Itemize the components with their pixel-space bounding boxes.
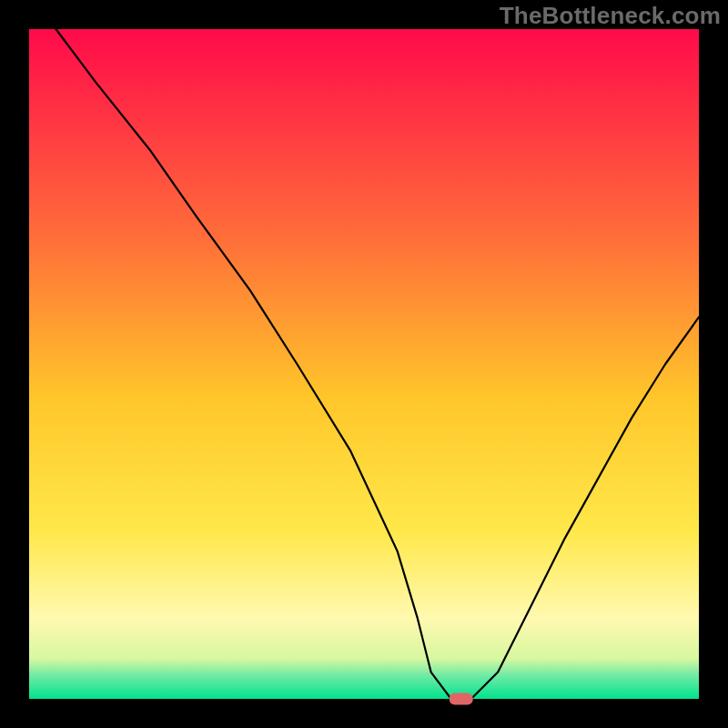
chart-svg [0,0,728,728]
plot-background [29,29,699,699]
watermark-label: TheBottleneck.com [500,2,721,30]
frame-right [699,0,728,728]
frame-left [0,0,29,728]
frame-bottom [0,699,728,728]
bottleneck-chart: TheBottleneck.com [0,0,728,728]
optimum-marker [450,693,473,705]
